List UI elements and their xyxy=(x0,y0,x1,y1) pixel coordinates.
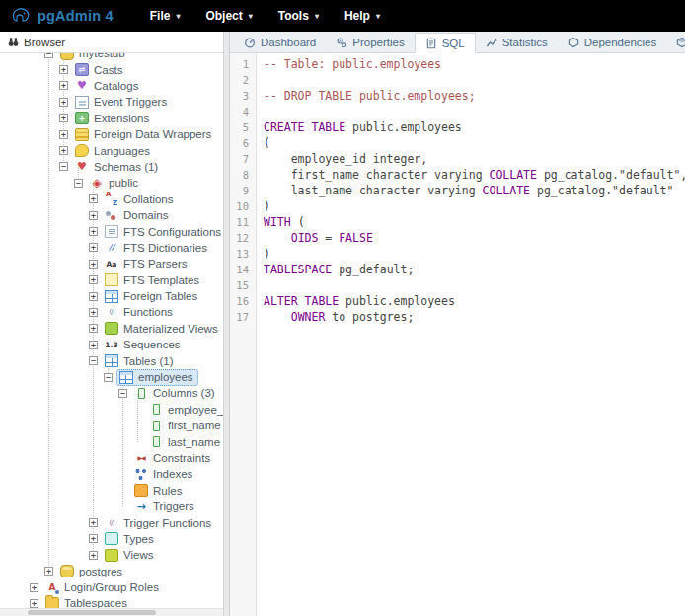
tree-item-tablespaces[interactable]: +Tablespaces xyxy=(0,595,223,608)
tab-statistics[interactable]: Statistics xyxy=(476,33,558,52)
tree-item-first-name[interactable]: first_name xyxy=(0,418,223,433)
tree-item-fts-dictionaries[interactable]: +FTS Dictionaries xyxy=(0,240,223,256)
expand-icon[interactable]: + xyxy=(30,599,38,608)
tree-item-last-name[interactable]: last_name xyxy=(0,433,223,449)
app-title: pgAdmin 4 xyxy=(38,8,114,24)
collapse-icon[interactable]: − xyxy=(89,356,98,365)
expand-icon[interactable]: + xyxy=(44,567,53,576)
tree-item-catalogs[interactable]: +Catalogs xyxy=(0,78,223,94)
expand-icon[interactable]: + xyxy=(89,518,98,527)
expander-spacer xyxy=(118,502,127,511)
collapse-icon[interactable]: − xyxy=(74,179,83,188)
panel-splitter[interactable] xyxy=(223,32,230,616)
pgadmin-window: pgAdmin 4 File▾Object▾Tools▾Help▾ Browse… xyxy=(0,0,685,616)
expand-icon[interactable]: + xyxy=(59,130,68,139)
tab-dashboard[interactable]: Dashboard xyxy=(234,33,326,52)
line-number: 7 xyxy=(230,151,256,167)
tablespaces-icon xyxy=(45,597,59,608)
code-line: 10) xyxy=(230,198,685,214)
tab-properties[interactable]: Properties xyxy=(326,33,414,52)
expand-icon[interactable]: + xyxy=(89,211,98,220)
tree-item-extensions[interactable]: +Extensions xyxy=(0,111,223,126)
collapse-icon[interactable]: − xyxy=(118,389,127,398)
tree-item-employees[interactable]: −employees xyxy=(0,369,223,385)
column-icon xyxy=(149,403,163,416)
sql-editor[interactable]: 1-- Table: public.employees23-- DROP TAB… xyxy=(230,53,685,616)
tree-item-tables-1[interactable]: −Tables (1) xyxy=(0,352,223,368)
functions-icon xyxy=(105,306,118,319)
browser-panel-header[interactable]: Browser xyxy=(0,32,223,53)
expand-icon[interactable]: + xyxy=(89,243,98,252)
tree-item-fts-configurations[interactable]: +FTS Configurations xyxy=(0,223,223,239)
collapse-icon[interactable]: − xyxy=(44,53,53,58)
tree-item-rules[interactable]: Rules xyxy=(0,483,223,499)
menu-file[interactable]: File▾ xyxy=(137,9,193,23)
tree-item-languages[interactable]: +Languages xyxy=(0,142,223,158)
tree-item-employee-id[interactable]: employee_id xyxy=(0,402,223,418)
tree-item-foreign-data-wrappers[interactable]: +Foreign Data Wrappers xyxy=(0,126,223,142)
tree-item-casts[interactable]: +Casts xyxy=(0,61,223,77)
tree-item-types[interactable]: +Types xyxy=(0,531,223,547)
tree-item-views[interactable]: +Views xyxy=(0,547,223,563)
code-line: 5CREATE TABLE public.employees xyxy=(230,119,685,135)
tree-item-foreign-tables[interactable]: +Foreign Tables xyxy=(0,288,223,304)
tree-item-triggers[interactable]: Triggers xyxy=(0,499,223,514)
expand-icon[interactable]: + xyxy=(89,534,98,543)
collations-icon xyxy=(105,192,118,205)
expand-icon[interactable]: + xyxy=(89,551,98,560)
tree-item-schemas-1[interactable]: −Schemas (1) xyxy=(0,159,223,175)
tree-item-label: Trigger Functions xyxy=(123,517,211,529)
expand-icon[interactable]: + xyxy=(89,275,98,284)
tree-item-public[interactable]: −public xyxy=(0,175,223,191)
expand-icon[interactable]: + xyxy=(89,227,98,236)
expand-icon[interactable]: + xyxy=(89,324,98,333)
tree-item-label: Triggers xyxy=(153,500,194,512)
expand-icon[interactable]: + xyxy=(30,583,38,592)
expand-icon[interactable]: + xyxy=(89,292,98,301)
tree-item-constraints[interactable]: Constraints xyxy=(0,450,223,466)
expand-icon[interactable]: + xyxy=(59,146,68,155)
collapse-icon[interactable]: − xyxy=(104,373,113,382)
elephant-logo-icon xyxy=(10,5,32,27)
tab-dependents[interactable]: Dependents xyxy=(666,33,685,52)
expand-icon[interactable]: + xyxy=(89,260,98,269)
expand-icon[interactable]: + xyxy=(59,65,68,74)
tab-label: Statistics xyxy=(502,37,548,48)
expand-icon[interactable]: + xyxy=(89,308,98,317)
expander-spacer xyxy=(133,405,142,414)
tree-item-fts-templates[interactable]: +FTS Templates xyxy=(0,271,223,287)
chevron-down-icon: ▾ xyxy=(176,12,180,21)
expand-icon[interactable]: + xyxy=(59,98,68,107)
expand-icon[interactable]: + xyxy=(59,114,68,122)
expand-icon[interactable]: + xyxy=(89,194,98,203)
tab-sql[interactable]: SQL xyxy=(415,33,476,53)
tree-item-fts-parsers[interactable]: +FTS Parsers xyxy=(0,256,223,271)
line-content xyxy=(256,104,264,119)
menu-tools[interactable]: Tools▾ xyxy=(266,9,332,23)
fts-parsers-icon xyxy=(105,258,118,270)
tree-item-indexes[interactable]: Indexes xyxy=(0,466,223,482)
menu-help[interactable]: Help▾ xyxy=(332,9,393,23)
tab-dependencies[interactable]: Dependencies xyxy=(558,33,667,52)
tree-item-collations[interactable]: +Collations xyxy=(0,192,223,207)
expand-icon[interactable]: + xyxy=(59,81,68,90)
line-number: 16 xyxy=(230,293,256,309)
horizontal-scrollbar[interactable] xyxy=(0,608,223,616)
scrollbar-thumb[interactable] xyxy=(28,610,156,615)
tree-item-event-triggers[interactable]: +Event Triggers xyxy=(0,94,223,110)
expand-icon[interactable]: + xyxy=(89,341,98,349)
tree-item-login-group-roles[interactable]: +Login/Group Roles xyxy=(0,579,223,595)
pgadmin-logo[interactable]: pgAdmin 4 xyxy=(10,5,114,27)
table-icon xyxy=(119,371,133,384)
tree-item-domains[interactable]: +Domains xyxy=(0,207,223,223)
tree-item-label: Event Triggers xyxy=(94,96,167,108)
tree-item-functions[interactable]: +Functions xyxy=(0,304,223,320)
tree-item-sequences[interactable]: +Sequences xyxy=(0,337,223,352)
line-number: 17 xyxy=(230,309,256,325)
collapse-icon[interactable]: − xyxy=(59,162,68,171)
menu-object[interactable]: Object▾ xyxy=(192,9,265,23)
tree-item-materialized-views[interactable]: +Materialized Views xyxy=(0,321,223,337)
tree-item-columns-3[interactable]: −Columns (3) xyxy=(0,385,223,401)
tree-item-trigger-functions[interactable]: +Trigger Functions xyxy=(0,514,223,530)
tree-item-postgres[interactable]: +postgres xyxy=(0,564,223,579)
